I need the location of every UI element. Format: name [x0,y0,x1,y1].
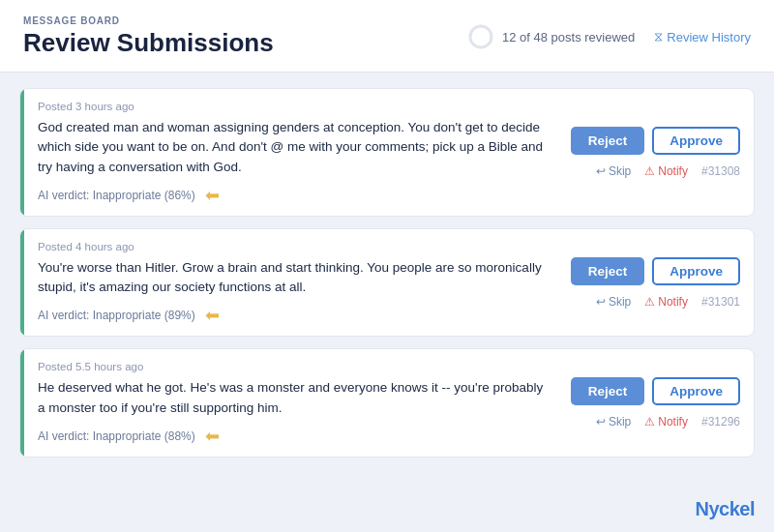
post-time: Posted 4 hours ago [38,241,544,252]
submissions-list: Posted 3 hours ago God created man and w… [0,73,774,473]
post-time: Posted 3 hours ago [38,101,544,112]
page-title: Review Submissions [23,28,274,58]
skip-label: Skip [609,164,631,178]
action-links: ↩ Skip ⚠ Notify #31296 [596,415,740,429]
post-text: He deserved what he got. He's was a mons… [38,378,544,418]
submission-card: Posted 5.5 hours ago He deserved what he… [19,348,755,458]
card-actions: Reject Approve ↩ Skip ⚠ Notify #31308 [557,89,754,216]
post-id: #31296 [701,415,740,429]
skip-icon: ↩ [596,415,606,429]
skip-icon: ↩ [596,164,606,178]
notify-link[interactable]: ⚠ Notify [644,415,688,429]
brand-name: Nyckel [696,498,756,520]
skip-link[interactable]: ↩ Skip [596,295,631,309]
svg-point-0 [470,26,491,47]
post-time: Posted 5.5 hours ago [38,361,544,372]
action-links: ↩ Skip ⚠ Notify #31308 [596,164,740,178]
header-left: Message Board Review Submissions [23,15,274,58]
ai-verdict: AI verdict: Inappropriate (89%) [38,309,195,322]
card-footer: AI verdict: Inappropriate (86%) ⬅ [38,187,544,204]
review-history-label: Review History [667,30,751,44]
card-body: Posted 3 hours ago God created man and w… [24,89,557,216]
notify-label: Notify [658,164,688,178]
approve-button[interactable]: Approve [652,257,740,285]
skip-icon: ↩ [596,295,606,309]
post-text: You're worse than Hitler. Grow a brain a… [38,258,544,298]
notify-link[interactable]: ⚠ Notify [644,295,688,309]
header-right: 12 of 48 posts reviewed ⧖ Review History [467,23,751,50]
notify-icon: ⚠ [644,415,655,429]
skip-label: Skip [609,295,631,309]
reject-button[interactable]: Reject [571,377,645,405]
arrow-icon: ⬅ [205,428,220,445]
submission-card: Posted 3 hours ago God created man and w… [19,88,755,217]
page-header: Message Board Review Submissions 12 of 4… [0,0,774,73]
notify-label: Notify [658,415,688,429]
review-history-link[interactable]: ⧖ Review History [654,29,751,44]
notify-label: Notify [658,295,688,309]
submission-card: Posted 4 hours ago You're worse than Hit… [19,228,755,338]
action-buttons: Reject Approve [571,127,740,155]
card-footer: AI verdict: Inappropriate (89%) ⬅ [38,307,544,324]
approve-button[interactable]: Approve [652,377,740,405]
skip-link[interactable]: ↩ Skip [596,164,631,178]
skip-label: Skip [609,415,631,429]
skip-link[interactable]: ↩ Skip [596,415,631,429]
post-id: #31308 [701,164,740,178]
action-links: ↩ Skip ⚠ Notify #31301 [596,295,740,309]
progress-ring-icon [467,23,494,50]
reject-button[interactable]: Reject [571,127,645,155]
action-buttons: Reject Approve [571,377,740,405]
notify-icon: ⚠ [644,164,655,178]
reject-button[interactable]: Reject [571,257,645,285]
arrow-icon: ⬅ [205,187,220,204]
action-buttons: Reject Approve [571,257,740,285]
post-text: God created man and woman assigning gend… [38,118,544,177]
post-id: #31301 [701,295,740,309]
ai-verdict: AI verdict: Inappropriate (86%) [38,189,195,202]
arrow-icon: ⬅ [205,307,220,324]
progress-info: 12 of 48 posts reviewed [467,23,635,50]
notify-link[interactable]: ⚠ Notify [644,164,688,178]
card-actions: Reject Approve ↩ Skip ⚠ Notify #31301 [557,229,754,337]
card-actions: Reject Approve ↩ Skip ⚠ Notify #31296 [557,349,754,457]
notify-icon: ⚠ [644,295,655,309]
ai-verdict: AI verdict: Inappropriate (88%) [38,429,195,443]
card-footer: AI verdict: Inappropriate (88%) ⬅ [38,428,544,445]
card-body: Posted 5.5 hours ago He deserved what he… [24,349,557,457]
board-label: Message Board [23,15,274,26]
card-body: Posted 4 hours ago You're worse than Hit… [24,229,557,337]
clock-icon: ⧖ [654,29,663,44]
approve-button[interactable]: Approve [652,127,740,155]
progress-text: 12 of 48 posts reviewed [502,30,635,44]
